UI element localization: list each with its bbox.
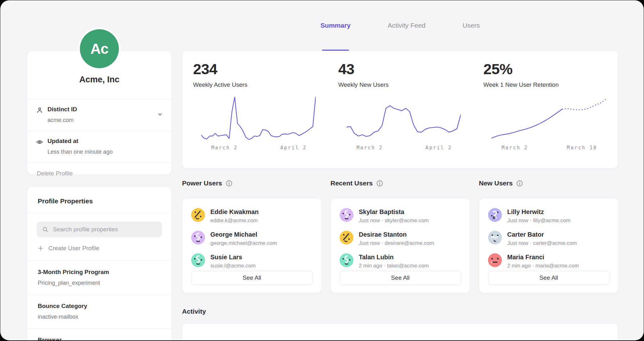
property-row[interactable]: Bounce Category inactive-mailbox	[27, 295, 171, 328]
stat-week1-retention: 25% Week 1 New User Retention March 2 Ma…	[473, 60, 618, 168]
weekly-new-users-chart	[347, 95, 461, 142]
main-tab-bar: Summary Activity Feed Users	[182, 0, 618, 51]
activity-section-title: Activity	[182, 308, 206, 315]
week1-retention-chart	[491, 95, 606, 142]
x-axis-labels: March 2 April 2	[347, 145, 461, 151]
info-icon[interactable]	[225, 180, 233, 187]
property-name: Browser	[38, 337, 161, 340]
tab-summary[interactable]: Summary	[320, 0, 351, 51]
property-row[interactable]: 3-Month Pricing Program Pricing_plan_exp…	[27, 261, 171, 294]
updated-at-label: Updated at	[47, 138, 162, 145]
user-name: Carter Bator	[507, 231, 577, 238]
user-name: Skylar Baptista	[359, 208, 429, 216]
user-name: Desirae Stanton	[359, 231, 434, 238]
user-name: Talan Lubin	[359, 253, 429, 261]
user-subtitle: george.michael@acme.com	[210, 240, 277, 246]
profile-properties-title: Profile Properties	[27, 187, 171, 213]
user-list-item[interactable]: George Michael george.michael@acme.com	[191, 231, 313, 246]
person-icon	[36, 107, 43, 114]
stat-label: Week 1 New User Retention	[483, 81, 612, 88]
see-all-button[interactable]: See All	[340, 271, 461, 285]
stat-value: 234	[193, 60, 321, 78]
user-list-item[interactable]: Susie Lars susie.l@acme.com	[191, 253, 313, 269]
user-name: George Michael	[210, 231, 277, 238]
user-name: Lilly Herwitz	[507, 208, 570, 216]
company-avatar-circle: Ac	[80, 29, 119, 68]
profile-properties-card: Profile Properties Search profile proper…	[27, 186, 172, 340]
user-avatar	[488, 231, 502, 245]
updated-at-value: Less than one minute ago	[47, 149, 162, 155]
user-list-item[interactable]: Talan Lubin 2 min ago · talan@acme.com	[340, 253, 461, 269]
user-name: Maria Franci	[507, 253, 579, 261]
delete-profile-button[interactable]: Delete Profile	[27, 163, 171, 184]
user-avatar	[191, 208, 205, 222]
recent-users-header: Recent Users	[330, 179, 383, 187]
stat-weekly-active-users: 234 Weekly Active Users March 2 April 2	[182, 60, 328, 168]
create-user-profile-label: Create User Profile	[48, 245, 99, 252]
user-subtitle: susie.l@acme.com	[210, 263, 256, 269]
user-avatar	[488, 253, 502, 267]
info-icon[interactable]	[376, 180, 383, 187]
tab-users[interactable]: Users	[463, 0, 480, 51]
property-row[interactable]: Browser Chrome	[27, 329, 171, 340]
user-avatar	[340, 208, 353, 222]
distinct-id-label: Distinct ID	[47, 106, 162, 113]
stat-value: 43	[338, 60, 467, 78]
user-name: Eddie Kwakman	[210, 208, 258, 216]
search-profile-properties-input[interactable]: Search profile properties	[37, 222, 162, 237]
search-placeholder: Search profile properties	[53, 226, 118, 233]
stat-label: Weekly Active Users	[193, 81, 321, 88]
activity-stat-value: 234	[182, 338, 328, 340]
activity-stat-value: 240	[328, 338, 473, 340]
user-avatar	[191, 253, 205, 267]
property-name: 3-Month Pricing Program	[38, 269, 161, 276]
chevron-down-icon[interactable]	[156, 111, 164, 118]
divider	[27, 213, 171, 213]
x-axis-labels: March 2 April 2	[201, 145, 316, 151]
stat-weekly-new-users: 43 Weekly New Users March 2 April 2	[328, 60, 473, 168]
user-subtitle: 2 min ago · maria@acme.com	[507, 263, 579, 269]
distinct-id-row: Distinct ID acme.com	[27, 99, 171, 131]
plus-icon	[37, 245, 44, 252]
create-user-profile-button[interactable]: Create User Profile	[27, 245, 171, 261]
user-subtitle: Just now · desirare@acme.com	[359, 240, 434, 246]
info-icon[interactable]	[516, 180, 523, 187]
new-users-card: Lilly Herwitz Just now · lilly@acme.com …	[479, 198, 619, 293]
user-subtitle: eddie.k@acme.com	[210, 217, 258, 224]
user-list-item[interactable]: Skylar Baptista Just now · skyler@acme.c…	[340, 208, 461, 224]
power-users-card: Eddie Kwakman eddie.k@acme.com George Mi…	[182, 198, 322, 293]
tab-activity-feed[interactable]: Activity Feed	[388, 0, 425, 51]
recent-users-card: Skylar Baptista Just now · skyler@acme.c…	[330, 198, 470, 293]
user-subtitle: Just now · lilly@acme.com	[507, 217, 570, 224]
activity-stats-card: 234 240 3.4k	[182, 323, 618, 340]
see-all-button[interactable]: See All	[191, 271, 313, 285]
company-avatar: Ac	[78, 27, 121, 70]
user-list-item[interactable]: Maria Franci 2 min ago · maria@acme.com	[488, 253, 609, 269]
stat-value: 25%	[483, 60, 612, 78]
search-icon	[42, 226, 49, 233]
user-avatar	[488, 208, 502, 222]
stat-label: Weekly New Users	[338, 81, 467, 88]
user-avatar	[191, 231, 205, 245]
user-list-item[interactable]: Eddie Kwakman eddie.k@acme.com	[191, 208, 313, 224]
eye-icon	[36, 138, 43, 146]
activity-stat-value: 3.4k	[473, 338, 618, 340]
user-name: Susie Lars	[210, 253, 256, 261]
user-list-item[interactable]: Carter Bator Just now · carter@acme.com	[488, 231, 609, 246]
user-avatar	[340, 253, 353, 267]
property-value: inactive-mailbox	[38, 314, 161, 320]
user-list-item[interactable]: Desirae Stanton Just now · desirare@acme…	[340, 231, 461, 246]
new-users-header: New Users	[479, 179, 523, 187]
see-all-button[interactable]: See All	[488, 271, 609, 285]
user-list-item[interactable]: Lilly Herwitz Just now · lilly@acme.com	[488, 208, 609, 224]
property-name: Bounce Category	[38, 303, 161, 310]
power-users-header: Power Users	[182, 179, 233, 187]
company-avatar-initials: Ac	[91, 40, 108, 57]
user-avatar	[340, 231, 353, 245]
distinct-id-value: acme.com	[47, 117, 162, 124]
user-subtitle: Just now · carter@acme.com	[507, 240, 577, 246]
user-subtitle: Just now · skyler@acme.com	[359, 217, 429, 224]
x-axis-labels: March 2 March 10	[491, 145, 606, 151]
app-window: Ac Acme, Inc Distinct ID acme.com	[0, 0, 644, 340]
summary-stats-card: 234 Weekly Active Users March 2 April 2 …	[182, 51, 618, 168]
